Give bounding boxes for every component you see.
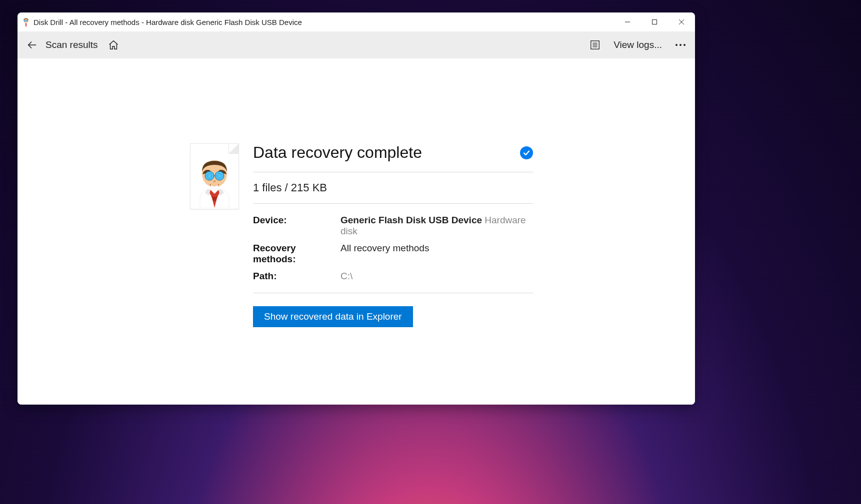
back-button[interactable] [24,36,40,53]
minimize-button[interactable] [614,12,641,31]
device-row: Device: Generic Flash Disk USB Device Ha… [253,212,533,240]
device-value: Generic Flash Disk USB Device Hardware d… [340,215,533,237]
methods-value: All recovery methods [340,243,429,254]
scan-results-label[interactable]: Scan results [46,39,98,50]
svg-point-2 [26,20,28,21]
methods-label: Recovery methods: [253,243,340,265]
success-check-icon [520,146,533,159]
view-logs-link[interactable]: View logs... [614,39,662,50]
svg-rect-4 [652,20,657,24]
document-avatar-icon [190,143,239,209]
svg-point-14 [684,44,686,46]
toolbar: Scan results View logs... [18,31,695,58]
content-area: Data recovery complete 1 files / 215 KB … [18,58,695,405]
recovery-panel: Data recovery complete 1 files / 215 KB … [190,143,533,327]
window-title: Disk Drill - All recovery methods - Hard… [34,18,614,26]
show-in-explorer-button[interactable]: Show recovered data in Explorer [253,306,413,327]
svg-point-1 [24,20,26,21]
recovery-details: Device: Generic Flash Disk USB Device Ha… [253,204,533,293]
title-bar: Disk Drill - All recovery methods - Hard… [18,12,695,31]
svg-point-21 [214,180,216,182]
app-window: Disk Drill - All recovery methods - Hard… [18,12,695,405]
path-label: Path: [253,271,340,282]
methods-row: Recovery methods: All recovery methods [253,240,533,268]
home-button[interactable] [105,36,122,53]
disk-drill-app-icon [22,17,30,26]
svg-point-12 [676,44,678,46]
svg-point-13 [680,44,682,46]
more-button[interactable] [672,36,689,53]
path-row: Path: C:\ [253,268,533,285]
svg-point-17 [215,171,224,180]
window-controls [614,12,695,31]
logs-icon[interactable] [586,36,604,53]
device-label: Device: [253,215,340,226]
recovery-info: Data recovery complete 1 files / 215 KB … [253,143,533,327]
path-value: C:\ [340,271,352,282]
close-button[interactable] [668,12,695,31]
recovery-heading: Data recovery complete [253,143,422,162]
maximize-button[interactable] [641,12,668,31]
recovery-summary: 1 files / 215 KB [253,172,533,204]
svg-point-16 [205,171,214,180]
